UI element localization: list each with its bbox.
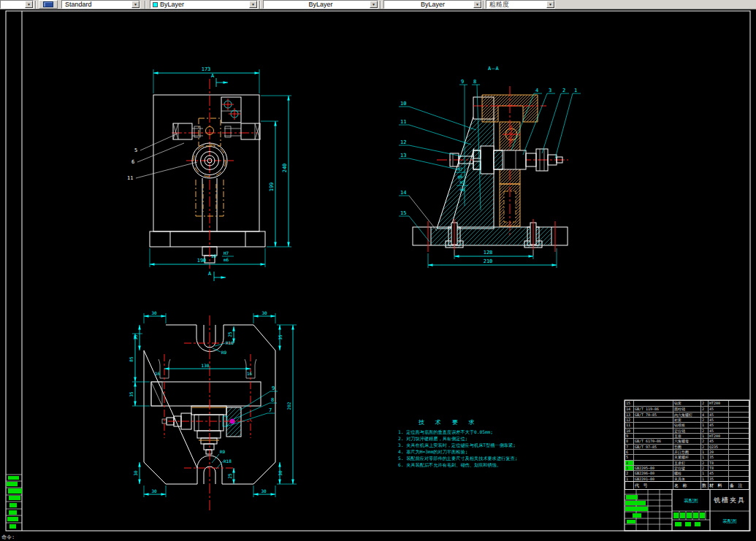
technical-notes: 技 术 要 求 1. 定位面与底面的垂直度误差不大于0.05mm; 2. 对刀块…	[398, 419, 517, 468]
dim-label: 85	[129, 356, 134, 362]
dim-label: 35	[278, 334, 283, 340]
bom-row: 1GB2201—80夹具体135	[625, 476, 749, 481]
titleblock-middle-label: 装配图	[684, 498, 698, 504]
dim-label: 30	[261, 488, 267, 494]
bom-row: 2GB2206—80螺栓145	[625, 470, 749, 475]
plan-view: 9 8 7 30 30 35 35 25 R10 R9	[129, 310, 297, 511]
bom-table: 15钻套2HT20014GB/T 119—86圆柱销24513GB/T 70—8…	[625, 400, 749, 490]
toolbar-button[interactable]	[39, 0, 58, 9]
balloon-label: 12	[400, 139, 406, 145]
text-style-combo[interactable]: Standard ▾	[61, 0, 140, 9]
dim-label: 30	[261, 310, 267, 315]
bom-row: 6开口垫圈120	[625, 449, 749, 454]
style-manager-icon	[43, 1, 53, 7]
dim-label: 25	[227, 473, 232, 479]
dim-label: 173	[202, 66, 211, 72]
dim-label: 199	[269, 183, 275, 192]
balloon-label: 11	[400, 119, 406, 125]
balloon-label: 13	[400, 153, 406, 158]
toolbar-combo-fragment[interactable]: ▾	[0, 0, 34, 9]
toolbar-separator	[483, 1, 484, 9]
bom-row: 7GB/T 97—85垫圈2Q235	[625, 444, 749, 449]
bom-row: 4支承钉2T8	[625, 460, 749, 465]
radius-label: R9	[220, 449, 226, 454]
section-letter: A	[208, 271, 212, 277]
dim-label: 30	[133, 470, 138, 476]
dim-label: 128	[484, 250, 493, 256]
lineweight-combo[interactable]: ByLayer ▾	[383, 0, 482, 9]
fit-label: m6	[224, 257, 229, 262]
text-style-value: Standard	[62, 1, 92, 8]
chevron-down-icon[interactable]: ▾	[249, 1, 257, 8]
product-title: 铣槽夹具	[714, 496, 746, 504]
balloon-label: 3	[549, 88, 551, 93]
section-title: A—A	[488, 66, 500, 72]
bom-row: 12衬套245	[625, 417, 749, 422]
margin-revision-table	[6, 475, 22, 529]
extra-combo-label: 粗糙度	[486, 0, 509, 9]
color-value: ByLayer	[160, 1, 184, 8]
dim-label: 202	[286, 402, 291, 410]
radius-label: R9	[221, 350, 227, 355]
dim-label: 30	[151, 310, 157, 315]
extra-combo[interactable]: 粗糙度 ▾	[486, 0, 555, 9]
chevron-down-icon[interactable]: ▾	[473, 1, 481, 8]
command-line-text[interactable]: 命令:	[1, 534, 15, 541]
radius-label: R10	[226, 340, 234, 345]
radius-label: R18	[224, 458, 232, 464]
dim-label: 210	[484, 258, 493, 264]
fit-label: H7	[457, 166, 463, 172]
toolbar-separator	[259, 1, 261, 9]
dim-label: 130	[202, 363, 210, 368]
linetype-combo[interactable]: ByLayer ▾	[263, 0, 378, 9]
toolbar-separator	[35, 1, 37, 9]
balloon-label: 9	[461, 79, 464, 85]
dim-label: 35	[133, 334, 138, 340]
balloon-label: 5	[134, 147, 137, 153]
balloon-label: 1	[574, 88, 577, 93]
bom-row: 3GB2205—80定位键2T8	[625, 465, 749, 470]
balloon-label: 7	[269, 407, 272, 413]
toolbar-separator	[380, 1, 381, 9]
dim-label: 240	[282, 164, 288, 173]
tech-notes-title: 技 术 要 求	[418, 419, 478, 426]
tech-note-line: 4. 塞尺为H=3mm的对刀平面检验;	[398, 449, 467, 455]
fit-label: 18	[211, 253, 217, 258]
dim-label: 30	[151, 488, 157, 494]
chevron-down-icon[interactable]: ▾	[546, 1, 554, 8]
color-swatch-icon	[153, 2, 158, 7]
chevron-down-icon[interactable]: ▾	[25, 1, 33, 8]
tech-note-line: 5. 装配前应对零部件的主要尺寸及相关技术要求进行复查;	[398, 456, 517, 461]
balloon-label: 15	[400, 210, 406, 216]
balloon-label: 10	[400, 101, 406, 107]
top-toolbar: ▾ Standard ▾ ByLayer ▾ ByLayer ▾ ByLayer…	[0, 0, 756, 9]
fit-label: n6	[459, 187, 465, 192]
balloon-label: 8	[271, 397, 274, 403]
tech-note-line: 6. 夹具装配后不允许有毛刺、碰伤、划痕和锈蚀。	[398, 462, 501, 468]
balloon-label: 8	[473, 79, 476, 85]
balloon-label: 14	[400, 190, 406, 196]
bom-row: 13GB/T 70—85内六角螺钉445	[625, 412, 749, 417]
lineweight-value: ByLayer	[421, 1, 445, 8]
bom-header-row: 代 号名 称数材 料备 注	[625, 481, 749, 489]
section-view: A—A	[399, 66, 581, 268]
tech-note-line: 2. 对刀块淬硬精磨，具有侧定位;	[398, 436, 467, 442]
application-window: ▾ Standard ▾ ByLayer ▾ ByLayer ▾ ByLayer…	[0, 0, 756, 541]
linetype-value: ByLayer	[308, 1, 332, 8]
fit-label: g6	[457, 174, 463, 180]
balloon-label: 6	[131, 159, 134, 165]
chevron-down-icon[interactable]: ▾	[131, 1, 140, 8]
dim-label: 16	[247, 371, 253, 376]
bom-row: 15钻套2HT200	[625, 401, 749, 406]
bom-row: 14GB/T 119—86圆柱销245	[625, 406, 749, 411]
toolbar-separator	[145, 1, 146, 9]
balloon-label: 11	[127, 175, 133, 181]
dim-label: 35	[129, 391, 134, 397]
balloon-label: 4	[535, 88, 538, 93]
color-combo[interactable]: ByLayer ▾	[150, 0, 258, 9]
chevron-down-icon[interactable]: ▾	[370, 1, 378, 8]
dim-label: 190	[197, 258, 207, 264]
fit-label: H7	[224, 250, 229, 256]
balloon-label: 2	[562, 88, 565, 93]
bom-row: 9支座1HT200	[625, 433, 749, 438]
